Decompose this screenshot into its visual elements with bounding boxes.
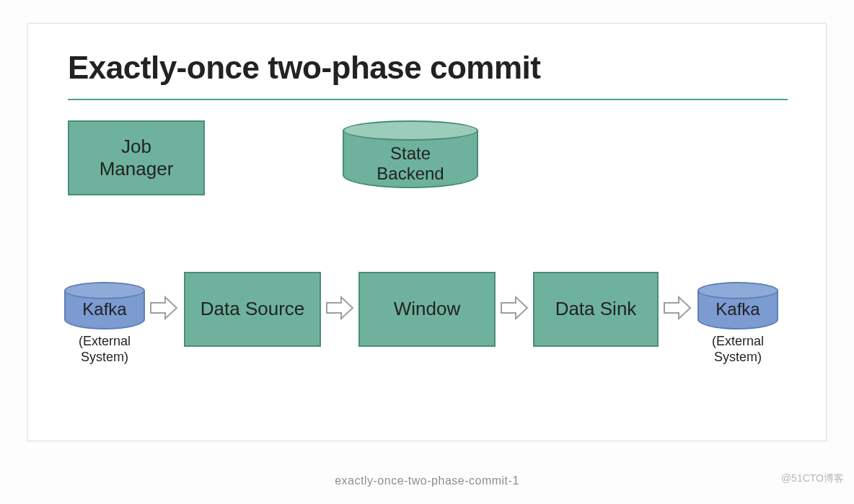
title-underline — [68, 99, 788, 100]
job-manager-box: Job Manager — [68, 120, 205, 195]
state-backend-cylinder: State Backend — [343, 120, 478, 188]
window-box: Window — [358, 272, 496, 347]
kafka-source-sublabel: (External System) — [61, 334, 148, 365]
kafka-source-cylinder: Kafka — [64, 282, 145, 330]
arrow-icon — [149, 295, 178, 321]
watermark-text: @51CTO博客 — [781, 472, 844, 485]
data-source-box: Data Source — [184, 272, 321, 347]
kafka-sink-cylinder: Kafka — [697, 282, 778, 330]
slide-frame: Exactly-once two-phase commit Job Manage… — [27, 23, 827, 441]
state-backend-label: State Backend — [343, 143, 478, 183]
kafka-sink-sublabel: (External System) — [695, 334, 781, 365]
figure-caption: exactly-once-two-phase-commit-1 — [0, 474, 854, 487]
data-sink-box: Data Sink — [533, 272, 659, 347]
arrow-icon — [663, 295, 692, 321]
arrow-icon — [325, 295, 354, 321]
kafka-sink-label: Kafka — [697, 299, 778, 319]
kafka-source-label: Kafka — [64, 299, 145, 319]
arrow-icon — [500, 295, 529, 321]
slide-title: Exactly-once two-phase commit — [68, 50, 540, 86]
